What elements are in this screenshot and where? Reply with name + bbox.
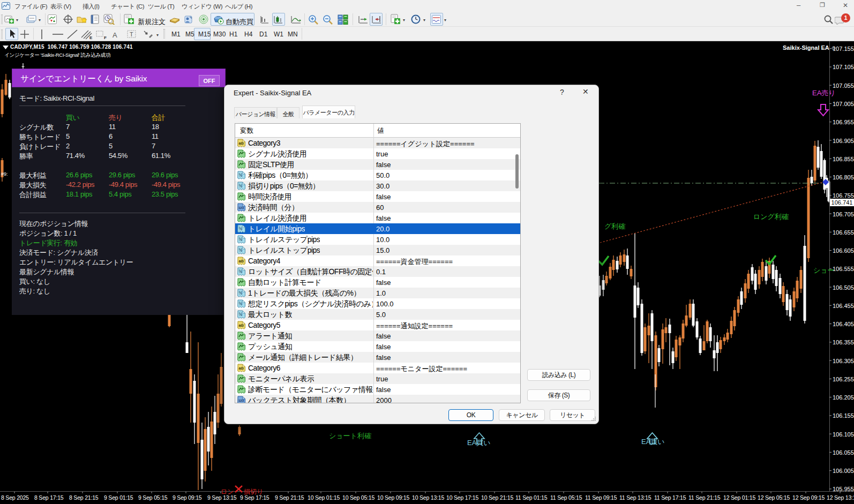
svg-text:ab: ab <box>239 366 244 371</box>
svg-text:½: ½ <box>239 226 243 231</box>
svg-text:½: ½ <box>239 247 243 253</box>
svg-text:F: F <box>104 35 107 40</box>
svg-text:½: ½ <box>239 183 243 189</box>
svg-text:T: T <box>130 31 133 37</box>
svg-text:½: ½ <box>239 172 243 178</box>
svg-text:½: ½ <box>239 269 243 274</box>
svg-text:123: 123 <box>238 206 244 209</box>
svg-text:ab: ab <box>239 259 244 264</box>
svg-text:½: ½ <box>239 312 243 317</box>
svg-text:½: ½ <box>239 237 243 242</box>
svg-text:123: 123 <box>238 399 244 402</box>
svg-text:ab: ab <box>239 323 244 328</box>
svg-text:½: ½ <box>239 290 243 296</box>
svg-text:½: ½ <box>239 301 243 306</box>
svg-text:E: E <box>89 35 93 40</box>
svg-text:ab: ab <box>239 141 244 146</box>
